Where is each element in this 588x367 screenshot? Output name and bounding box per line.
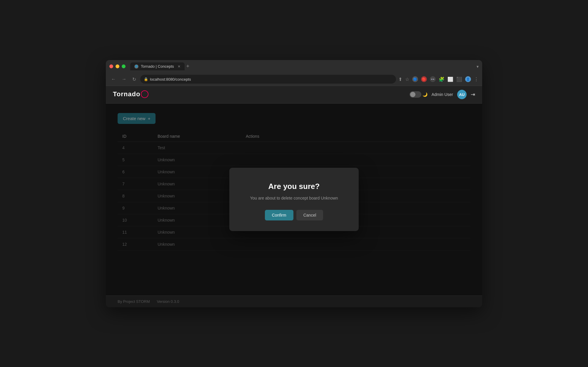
tab-favicon: 🌐 — [134, 64, 138, 69]
modal-overlay: Are you sure? You are about to delete co… — [106, 104, 482, 295]
dropdown-arrow-icon: ▾ — [477, 64, 479, 69]
window-controls — [109, 64, 126, 68]
reload-button[interactable]: ↻ — [131, 75, 138, 83]
moon-icon: 🌙 — [422, 92, 427, 97]
tab-close-icon[interactable]: ✕ — [178, 64, 181, 69]
cancel-button[interactable]: Cancel — [296, 210, 323, 220]
profile-icon[interactable]: 👤 — [465, 76, 471, 82]
split-view-icon[interactable]: ⬛ — [456, 77, 462, 82]
url-display: localhost:8080/concepts — [150, 77, 392, 82]
bookmark-icon[interactable]: ☆ — [405, 77, 409, 82]
user-name: Admin User — [432, 92, 453, 97]
app-logo: Tornado — [113, 90, 148, 99]
share-icon[interactable]: ⬆ — [398, 77, 402, 82]
maximize-button[interactable] — [122, 64, 126, 68]
toggle-track[interactable] — [410, 91, 421, 98]
forward-button[interactable]: → — [120, 75, 128, 83]
lock-icon: 🔒 — [144, 77, 148, 81]
confirm-button[interactable]: Confirm — [265, 210, 293, 220]
tab-bar: 🌐 Tornado | Concepts ✕ + — [130, 62, 474, 70]
modal-dialog: Are you sure? You are about to delete co… — [229, 168, 359, 231]
footer-credit: By Project STORM — [118, 299, 150, 304]
logo-text: Tornado — [113, 90, 140, 98]
user-avatar: AU — [457, 90, 467, 99]
browser-toolbar: ← → ↻ 🔒 localhost:8080/concepts ⬆ ☆ 🔵 🔴 … — [106, 73, 482, 86]
extension-3-icon[interactable]: 👓 — [430, 76, 436, 82]
toggle-thumb — [410, 92, 415, 97]
logo-icon — [141, 90, 148, 98]
header-right: 🌙 Admin User AU ⇥ — [410, 90, 475, 99]
minimize-button[interactable] — [116, 64, 119, 68]
title-bar: 🌐 Tornado | Concepts ✕ + ▾ — [106, 60, 482, 73]
tab-title: Tornado | Concepts — [141, 64, 174, 69]
active-tab[interactable]: 🌐 Tornado | Concepts ✕ — [130, 62, 185, 70]
close-button[interactable] — [109, 64, 113, 68]
main-area: Create new + ID Board name Actions 4Test… — [106, 104, 482, 295]
toolbar-icons: ⬆ ☆ 🔵 🔴 👓 🧩 ⬜ ⬛ 👤 ⋮ — [398, 76, 479, 82]
extensions-icon[interactable]: 🧩 — [439, 77, 445, 82]
app-content: Tornado 🌙 Admin User AU ⇥ Create new + — [106, 86, 482, 307]
extension-1-icon[interactable]: 🔵 — [412, 76, 418, 82]
app-header: Tornado 🌙 Admin User AU ⇥ — [106, 86, 482, 104]
theme-toggle[interactable]: 🌙 — [410, 91, 427, 98]
logout-button[interactable]: ⇥ — [471, 91, 475, 98]
extension-2-icon[interactable]: 🔴 — [421, 76, 427, 82]
new-tab-button[interactable]: + — [186, 63, 190, 69]
app-footer: By Project STORM Version 0.3.0 — [106, 295, 482, 307]
modal-title: Are you sure? — [241, 182, 347, 191]
footer-version: Version 0.3.0 — [157, 299, 179, 304]
address-bar[interactable]: 🔒 localhost:8080/concepts — [140, 75, 396, 84]
modal-message: You are about to delete concept board Un… — [241, 196, 347, 200]
menu-icon[interactable]: ⋮ — [474, 77, 479, 82]
browser-window: 🌐 Tornado | Concepts ✕ + ▾ ← → ↻ 🔒 local… — [106, 60, 482, 307]
back-button[interactable]: ← — [109, 75, 118, 83]
modal-buttons: Confirm Cancel — [241, 210, 347, 220]
sidebar-icon[interactable]: ⬜ — [447, 77, 453, 82]
